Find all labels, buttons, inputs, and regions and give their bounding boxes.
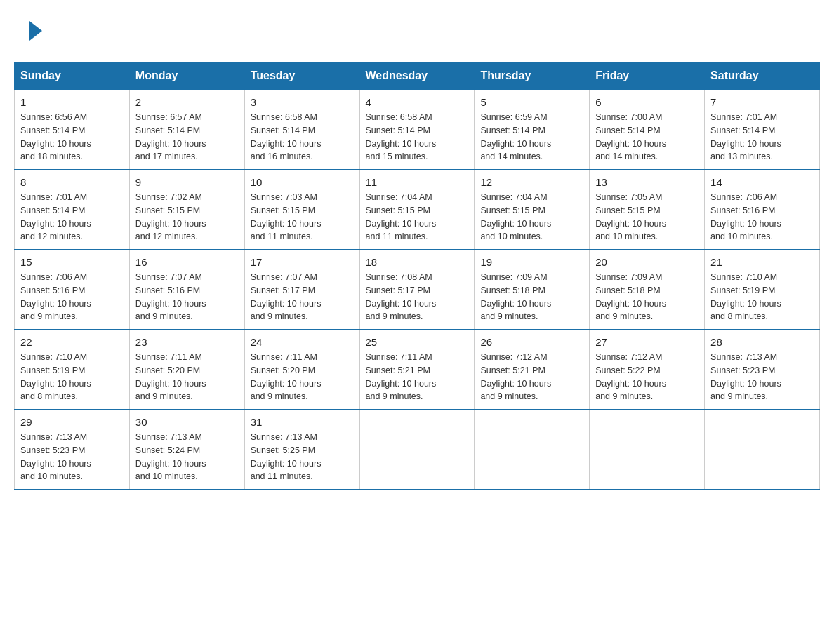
day-number: 12 (480, 176, 583, 188)
calendar-cell (359, 410, 475, 490)
calendar-table: SundayMondayTuesdayWednesdayThursdayFrid… (14, 62, 820, 490)
day-number: 18 (366, 256, 469, 268)
calendar-cell: 10 Sunrise: 7:03 AM Sunset: 5:15 PM Dayl… (244, 170, 359, 250)
calendar-header-saturday: Saturday (705, 62, 820, 90)
page-header (14, 14, 820, 48)
day-number: 7 (710, 96, 814, 108)
calendar-cell: 3 Sunrise: 6:58 AM Sunset: 5:14 PM Dayli… (244, 90, 359, 170)
calendar-cell: 29 Sunrise: 7:13 AM Sunset: 5:23 PM Dayl… (15, 410, 130, 490)
day-number: 8 (20, 176, 124, 188)
day-number: 3 (251, 96, 354, 108)
calendar-cell: 25 Sunrise: 7:11 AM Sunset: 5:21 PM Dayl… (359, 330, 475, 410)
day-detail: Sunrise: 7:09 AM Sunset: 5:18 PM Dayligh… (595, 271, 699, 323)
day-detail: Sunrise: 6:58 AM Sunset: 5:14 PM Dayligh… (366, 111, 469, 163)
calendar-week-row: 1 Sunrise: 6:56 AM Sunset: 5:14 PM Dayli… (15, 90, 820, 170)
day-detail: Sunrise: 7:01 AM Sunset: 5:14 PM Dayligh… (20, 191, 124, 243)
day-number: 22 (20, 336, 124, 348)
calendar-cell: 7 Sunrise: 7:01 AM Sunset: 5:14 PM Dayli… (705, 90, 820, 170)
day-detail: Sunrise: 7:12 AM Sunset: 5:22 PM Dayligh… (595, 351, 699, 403)
day-number: 26 (480, 336, 583, 348)
calendar-cell: 22 Sunrise: 7:10 AM Sunset: 5:19 PM Dayl… (15, 330, 130, 410)
calendar-cell: 30 Sunrise: 7:13 AM Sunset: 5:24 PM Dayl… (129, 410, 244, 490)
calendar-header-thursday: Thursday (475, 62, 590, 90)
calendar-cell: 15 Sunrise: 7:06 AM Sunset: 5:16 PM Dayl… (15, 250, 130, 330)
day-detail: Sunrise: 7:01 AM Sunset: 5:14 PM Dayligh… (710, 111, 814, 163)
calendar-header-row: SundayMondayTuesdayWednesdayThursdayFrid… (15, 62, 820, 90)
day-detail: Sunrise: 7:13 AM Sunset: 5:25 PM Dayligh… (251, 431, 354, 483)
day-number: 20 (595, 256, 699, 268)
calendar-cell: 27 Sunrise: 7:12 AM Sunset: 5:22 PM Dayl… (590, 330, 705, 410)
day-number: 5 (480, 96, 583, 108)
calendar-cell (590, 410, 705, 490)
day-detail: Sunrise: 7:13 AM Sunset: 5:23 PM Dayligh… (20, 431, 124, 483)
day-detail: Sunrise: 7:11 AM Sunset: 5:20 PM Dayligh… (135, 351, 239, 403)
calendar-cell: 18 Sunrise: 7:08 AM Sunset: 5:17 PM Dayl… (359, 250, 475, 330)
day-detail: Sunrise: 7:04 AM Sunset: 5:15 PM Dayligh… (366, 191, 469, 243)
day-detail: Sunrise: 7:03 AM Sunset: 5:15 PM Dayligh… (251, 191, 354, 243)
day-number: 11 (366, 176, 469, 188)
day-detail: Sunrise: 7:02 AM Sunset: 5:15 PM Dayligh… (135, 191, 239, 243)
day-number: 25 (366, 336, 469, 348)
day-detail: Sunrise: 7:00 AM Sunset: 5:14 PM Dayligh… (595, 111, 699, 163)
calendar-cell: 9 Sunrise: 7:02 AM Sunset: 5:15 PM Dayli… (129, 170, 244, 250)
calendar-cell: 23 Sunrise: 7:11 AM Sunset: 5:20 PM Dayl… (129, 330, 244, 410)
day-detail: Sunrise: 7:08 AM Sunset: 5:17 PM Dayligh… (366, 271, 469, 323)
calendar-header-tuesday: Tuesday (244, 62, 359, 90)
calendar-cell: 17 Sunrise: 7:07 AM Sunset: 5:17 PM Dayl… (244, 250, 359, 330)
calendar-cell: 1 Sunrise: 6:56 AM Sunset: 5:14 PM Dayli… (15, 90, 130, 170)
day-number: 15 (20, 256, 124, 268)
day-number: 16 (135, 256, 239, 268)
calendar-cell: 8 Sunrise: 7:01 AM Sunset: 5:14 PM Dayli… (15, 170, 130, 250)
day-detail: Sunrise: 7:10 AM Sunset: 5:19 PM Dayligh… (20, 351, 124, 403)
day-number: 24 (251, 336, 354, 348)
day-detail: Sunrise: 6:57 AM Sunset: 5:14 PM Dayligh… (135, 111, 239, 163)
day-number: 10 (251, 176, 354, 188)
calendar-cell: 5 Sunrise: 6:59 AM Sunset: 5:14 PM Dayli… (475, 90, 590, 170)
calendar-cell: 11 Sunrise: 7:04 AM Sunset: 5:15 PM Dayl… (359, 170, 475, 250)
day-detail: Sunrise: 7:06 AM Sunset: 5:16 PM Dayligh… (710, 191, 814, 243)
calendar-week-row: 29 Sunrise: 7:13 AM Sunset: 5:23 PM Dayl… (15, 410, 820, 490)
day-detail: Sunrise: 7:11 AM Sunset: 5:20 PM Dayligh… (251, 351, 354, 403)
day-number: 13 (595, 176, 699, 188)
calendar-cell: 21 Sunrise: 7:10 AM Sunset: 5:19 PM Dayl… (705, 250, 820, 330)
day-number: 6 (595, 96, 699, 108)
day-detail: Sunrise: 6:59 AM Sunset: 5:14 PM Dayligh… (480, 111, 583, 163)
logo (28, 21, 44, 41)
calendar-cell: 4 Sunrise: 6:58 AM Sunset: 5:14 PM Dayli… (359, 90, 475, 170)
calendar-header-wednesday: Wednesday (359, 62, 475, 90)
day-number: 17 (251, 256, 354, 268)
calendar-cell: 26 Sunrise: 7:12 AM Sunset: 5:21 PM Dayl… (475, 330, 590, 410)
calendar-cell: 6 Sunrise: 7:00 AM Sunset: 5:14 PM Dayli… (590, 90, 705, 170)
calendar-cell: 16 Sunrise: 7:07 AM Sunset: 5:16 PM Dayl… (129, 250, 244, 330)
logo-arrow-icon (29, 21, 42, 41)
calendar-week-row: 22 Sunrise: 7:10 AM Sunset: 5:19 PM Dayl… (15, 330, 820, 410)
day-number: 4 (366, 96, 469, 108)
calendar-header-monday: Monday (129, 62, 244, 90)
calendar-header-friday: Friday (590, 62, 705, 90)
day-number: 31 (251, 416, 354, 428)
day-number: 29 (20, 416, 124, 428)
day-detail: Sunrise: 7:09 AM Sunset: 5:18 PM Dayligh… (480, 271, 583, 323)
calendar-week-row: 8 Sunrise: 7:01 AM Sunset: 5:14 PM Dayli… (15, 170, 820, 250)
calendar-cell (705, 410, 820, 490)
calendar-cell: 14 Sunrise: 7:06 AM Sunset: 5:16 PM Dayl… (705, 170, 820, 250)
day-detail: Sunrise: 7:04 AM Sunset: 5:15 PM Dayligh… (480, 191, 583, 243)
day-detail: Sunrise: 7:13 AM Sunset: 5:24 PM Dayligh… (135, 431, 239, 483)
day-detail: Sunrise: 7:11 AM Sunset: 5:21 PM Dayligh… (366, 351, 469, 403)
day-number: 1 (20, 96, 124, 108)
day-number: 2 (135, 96, 239, 108)
calendar-cell: 31 Sunrise: 7:13 AM Sunset: 5:25 PM Dayl… (244, 410, 359, 490)
day-detail: Sunrise: 7:10 AM Sunset: 5:19 PM Dayligh… (710, 271, 814, 323)
calendar-cell (475, 410, 590, 490)
day-detail: Sunrise: 6:58 AM Sunset: 5:14 PM Dayligh… (251, 111, 354, 163)
day-number: 9 (135, 176, 239, 188)
calendar-cell: 2 Sunrise: 6:57 AM Sunset: 5:14 PM Dayli… (129, 90, 244, 170)
day-number: 21 (710, 256, 814, 268)
day-number: 30 (135, 416, 239, 428)
day-detail: Sunrise: 7:05 AM Sunset: 5:15 PM Dayligh… (595, 191, 699, 243)
day-number: 14 (710, 176, 814, 188)
calendar-cell: 24 Sunrise: 7:11 AM Sunset: 5:20 PM Dayl… (244, 330, 359, 410)
calendar-header-sunday: Sunday (15, 62, 130, 90)
day-number: 28 (710, 336, 814, 348)
day-number: 23 (135, 336, 239, 348)
